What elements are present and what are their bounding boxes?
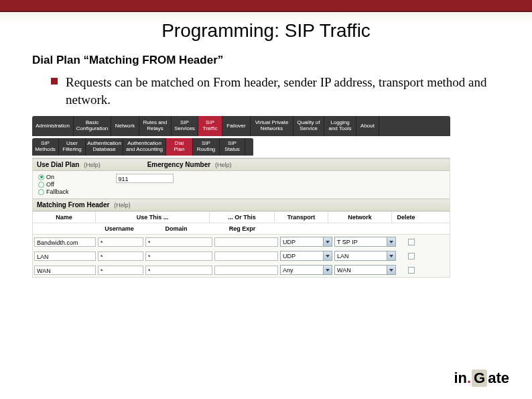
subtab-user-filtering[interactable]: User Filtering [59, 138, 86, 156]
tab-basic-configuration[interactable]: Basic Configuration [74, 116, 111, 136]
tab-administration[interactable]: Administration [32, 116, 74, 136]
domain-input[interactable]: * [145, 266, 212, 275]
col-usethis: Use This ... [96, 212, 210, 223]
ingate-logo: in.Gate [454, 369, 509, 387]
matching-from-header-text: Matching From Header [37, 201, 109, 209]
radio-off[interactable]: Off [38, 181, 69, 188]
emergency-number-text: Emergency Number [147, 161, 210, 168]
username-input[interactable]: * [98, 266, 143, 275]
table-row: WAN * * Any WAN [33, 263, 450, 277]
username-input[interactable]: * [98, 237, 143, 247]
domain-input[interactable]: * [145, 251, 212, 261]
transport-select[interactable]: UDP [280, 251, 332, 261]
subtab-sip-status[interactable]: SIP Status [220, 138, 245, 156]
regexpr-input[interactable] [214, 266, 278, 275]
bullet-text: Requests can be matched on From header, … [66, 74, 500, 108]
radio-off-label: Off [46, 181, 54, 188]
main-tabs: Administration Basic Configuration Netwo… [32, 116, 450, 136]
use-dial-plan-label: Use Dial Plan (Help) [37, 161, 101, 168]
help-link[interactable]: (Help) [84, 162, 101, 168]
col-regexpr: Reg Expr [210, 223, 275, 234]
subtab-sip-methods[interactable]: SIP Methods [32, 138, 59, 156]
emergency-number-label: Emergency Number (Help) [147, 161, 232, 168]
subtab-auth-accounting[interactable]: Authentication and Accounting [123, 138, 166, 156]
username-input[interactable]: * [98, 251, 143, 261]
transport-select[interactable]: Any [280, 265, 332, 275]
help-link[interactable]: (Help) [114, 202, 131, 209]
delete-checkbox[interactable] [408, 267, 415, 274]
header-bar [0, 0, 532, 12]
delete-checkbox[interactable] [408, 253, 415, 260]
col-username: Username [96, 223, 143, 234]
subtab-auth-db[interactable]: Authentication Database [86, 138, 123, 156]
transport-select[interactable]: UDP [280, 237, 332, 247]
logo-ate: ate [488, 369, 509, 387]
radio-on[interactable]: On [38, 174, 69, 180]
tab-sip-services[interactable]: SIP Services [172, 116, 198, 136]
col-transport: Transport [275, 212, 328, 223]
radio-fallback[interactable]: Fallback [38, 188, 69, 195]
col-network: Network [328, 212, 392, 223]
tab-about[interactable]: About [356, 116, 379, 136]
network-select[interactable]: T SP IP [334, 237, 396, 247]
network-select[interactable]: WAN [334, 265, 396, 275]
subtab-dial-plan[interactable]: Dial Plan [166, 138, 193, 156]
tab-qos[interactable]: Quality of Service [293, 116, 324, 136]
use-dial-plan-text: Use Dial Plan [37, 161, 79, 168]
logo-g: G [472, 369, 487, 387]
radio-icon [38, 182, 44, 188]
tab-network[interactable]: Network [111, 116, 139, 136]
regexpr-input[interactable] [214, 237, 278, 247]
radio-fallback-label: Fallback [46, 188, 69, 195]
tab-rules-relays[interactable]: Rules and Relays [139, 116, 172, 136]
slide-title: Programming: SIP Traffic [0, 20, 532, 42]
table-row: LAN * * UDP LAN [33, 249, 450, 263]
bullet-icon [51, 78, 58, 84]
name-input[interactable]: Bandwidth.com [34, 237, 96, 247]
tab-vpn[interactable]: Virtual Private Networks [251, 116, 293, 136]
col-delete: Delete [392, 212, 420, 223]
domain-input[interactable]: * [145, 237, 212, 247]
regexpr-input[interactable] [214, 251, 278, 261]
delete-checkbox[interactable] [408, 239, 415, 245]
slide-heading: Dial Plan “Matching FROM Header” [32, 54, 500, 67]
tab-failover[interactable]: Failover [222, 116, 251, 136]
tab-sip-traffic[interactable]: SIP Traffic [198, 116, 222, 136]
name-input[interactable]: LAN [34, 251, 96, 261]
radio-icon [38, 174, 44, 180]
col-name: Name [33, 212, 96, 223]
sub-tabs: SIP Methods User Filtering Authenticatio… [32, 138, 253, 156]
network-select[interactable]: LAN [334, 251, 396, 261]
emergency-number-input[interactable]: 911 [116, 174, 174, 183]
help-link[interactable]: (Help) [215, 162, 232, 168]
table-row: Bandwidth.com * * UDP T SP IP [33, 235, 450, 249]
matching-from-header-label: Matching From Header (Help) [37, 201, 131, 209]
name-input[interactable]: WAN [34, 266, 96, 275]
screenshot-panel: Administration Basic Configuration Netwo… [32, 116, 450, 278]
subtab-sip-routing[interactable]: SIP Routing [193, 138, 220, 156]
logo-dot: . [467, 369, 471, 387]
col-domain: Domain [143, 223, 210, 234]
radio-on-label: On [46, 174, 54, 180]
radio-icon [38, 189, 44, 195]
dial-plan-radios: On Off Fallback [38, 174, 69, 196]
logo-in: in [454, 369, 467, 387]
tab-logging[interactable]: Logging and Tools [324, 116, 356, 136]
col-orthis: ... Or This [210, 212, 275, 223]
